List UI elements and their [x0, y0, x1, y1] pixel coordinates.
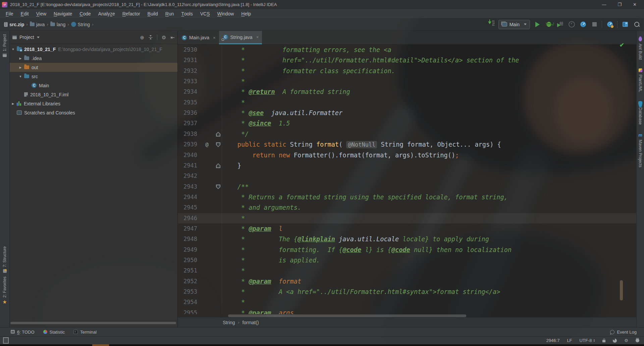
- toolwindow-button-favorites[interactable]: 2: Favorites ★: [0, 277, 9, 304]
- line-number[interactable]: 2945: [178, 202, 197, 213]
- code-line-2952[interactable]: 2952 * @param format: [178, 276, 636, 287]
- tab-main-java[interactable]: CMain.java×: [178, 31, 219, 44]
- line-number[interactable]: 2936: [178, 108, 197, 118]
- hide-panel-button[interactable]: ⇤: [170, 35, 175, 40]
- code-line-2942[interactable]: 2942: [178, 171, 636, 181]
- menu-tools[interactable]: Tools: [177, 9, 196, 18]
- breadcrumb-java[interactable]: java: [30, 22, 45, 27]
- tree-row-main[interactable]: CMain: [10, 81, 177, 90]
- search-everywhere-button[interactable]: [633, 20, 641, 29]
- menu-view[interactable]: View: [33, 9, 50, 18]
- toolwindow-button-project[interactable]: 1: Project: [0, 34, 9, 57]
- profiler-schedule-button[interactable]: [606, 20, 614, 29]
- collapsed-arrow-icon[interactable]: ▶: [18, 57, 23, 60]
- editor-vertical-scrollbar[interactable]: [620, 280, 623, 300]
- caret-position[interactable]: 2946:7: [546, 338, 560, 343]
- code-line-2941[interactable]: 2941 }: [178, 160, 636, 171]
- menu-window[interactable]: Window: [214, 9, 238, 18]
- toolwindow-button-plantuml[interactable]: PlantUML: [638, 68, 643, 92]
- toolwindow-button-event-log[interactable]: Event Log: [610, 330, 637, 335]
- restore-layout-button[interactable]: [621, 20, 629, 29]
- line-number[interactable]: 2943: [178, 182, 197, 192]
- update-project-button[interactable]: 01 10 01: [487, 20, 495, 29]
- tree-row-out[interactable]: ▶out: [10, 63, 177, 72]
- menu-vcs[interactable]: VCS: [197, 9, 214, 18]
- collapsed-arrow-icon[interactable]: ▶: [11, 102, 15, 105]
- tree-row-2018_10_21_f-iml[interactable]: 2018_10_21_F.iml: [10, 90, 177, 99]
- code-line-2931[interactable]: 2931 * href="../util/Formatter.html#deta…: [178, 55, 636, 65]
- code-line-2930[interactable]: 2930 * formatting errors, see the <a: [178, 45, 636, 55]
- collapsed-arrow-icon[interactable]: ▶: [18, 66, 23, 69]
- code-line-2934[interactable]: 2934 * @return A formatted string: [178, 87, 636, 97]
- breadcrumb-string[interactable]: String: [71, 22, 90, 27]
- menu-refactor[interactable]: Refactor: [119, 9, 144, 18]
- tree-row-external-libraries[interactable]: ▶External Libraries: [10, 99, 177, 108]
- close-button[interactable]: ✕: [633, 2, 637, 7]
- fold-marker-icon[interactable]: [216, 185, 220, 189]
- line-number[interactable]: 2930: [178, 45, 197, 55]
- toolwindow-button-ant-build[interactable]: Ant Build: [638, 37, 643, 60]
- fold-marker-icon[interactable]: [216, 163, 220, 168]
- toolwindow-button-6-todo[interactable]: 6: TODO: [11, 330, 35, 335]
- line-number[interactable]: 2940: [178, 150, 197, 160]
- code-line-2950[interactable]: 2950 * is applied.: [178, 255, 636, 265]
- line-number[interactable]: 2953: [178, 287, 197, 297]
- code-line-2947[interactable]: 2947 * @param l: [178, 224, 636, 234]
- run-with-coverage-button[interactable]: [556, 20, 564, 29]
- line-number[interactable]: 2931: [178, 55, 197, 65]
- menu-analyze[interactable]: Analyze: [95, 9, 119, 18]
- annotation-gutter-icon[interactable]: @: [205, 140, 209, 149]
- menu-run[interactable]: Run: [162, 9, 178, 18]
- menu-code[interactable]: Code: [76, 9, 94, 18]
- code-line-2955[interactable]: 2955 * @param args: [178, 308, 636, 314]
- tab-string-java[interactable]: CString.java×: [219, 31, 262, 44]
- close-tab-icon[interactable]: ×: [213, 35, 216, 40]
- line-number[interactable]: 2952: [178, 276, 197, 287]
- line-number[interactable]: 2937: [178, 118, 197, 129]
- code-line-2954[interactable]: 2954 *: [178, 297, 636, 307]
- debug-button[interactable]: [545, 20, 553, 29]
- line-number[interactable]: 2942: [178, 171, 197, 181]
- run-button[interactable]: [533, 20, 541, 29]
- menu-edit[interactable]: Edit: [17, 9, 33, 18]
- code-line-2948[interactable]: 2948 * The {@linkplain java.util.Locale …: [178, 234, 636, 244]
- stop-button[interactable]: [590, 20, 598, 29]
- line-number[interactable]: 2950: [178, 255, 197, 265]
- code-line-2937[interactable]: 2937 * @since 1.5: [178, 118, 636, 129]
- code-line-2940[interactable]: 2940 return new Formatter().format(forma…: [178, 150, 636, 160]
- chevron-down-icon[interactable]: [37, 37, 40, 38]
- tree-row-src[interactable]: ▼src: [10, 72, 177, 81]
- line-number[interactable]: 2939: [178, 139, 197, 150]
- line-number[interactable]: 2941: [178, 160, 197, 171]
- minimize-button[interactable]: —: [602, 2, 606, 7]
- run-configuration-select[interactable]: Main: [498, 20, 530, 29]
- line-number[interactable]: 2938: [178, 129, 197, 139]
- code-line-2939[interactable]: 2939@ public static String format( @NotN…: [178, 139, 636, 150]
- line-number[interactable]: 2955: [178, 308, 197, 314]
- line-number[interactable]: 2934: [178, 87, 197, 97]
- line-number[interactable]: 2951: [178, 265, 197, 276]
- toolwindow-switcher-icon[interactable]: [3, 337, 9, 344]
- profiler-button[interactable]: [568, 20, 576, 29]
- menu-help[interactable]: Help: [237, 9, 255, 18]
- tree-row--idea[interactable]: ▶.idea: [10, 54, 177, 63]
- code-line-2943[interactable]: 2943 /**: [178, 182, 636, 192]
- fold-marker-icon[interactable]: [216, 132, 220, 137]
- code-line-2932[interactable]: 2932 * formatter class specification.: [178, 66, 636, 76]
- toolwindow-button-maven-projects[interactable]: mMaven Projects: [638, 133, 643, 167]
- tree-row-2018_10_21_f[interactable]: ▼2018_10_21_FE:\tongpao-dev\data\java_pr…: [10, 45, 177, 54]
- line-number[interactable]: 2933: [178, 76, 197, 87]
- toolwindow-button-database[interactable]: Database: [638, 101, 643, 125]
- settings-gear-icon[interactable]: ⚙: [162, 35, 166, 40]
- power-save-icon[interactable]: [613, 339, 617, 343]
- line-number[interactable]: 2947: [178, 224, 197, 234]
- code-line-2953[interactable]: 2953 * A <a href="../util/Formatter.html…: [178, 287, 636, 297]
- fold-marker-icon[interactable]: [216, 142, 220, 147]
- editor-breadcrumb-format-[interactable]: format(): [243, 320, 259, 325]
- collapse-all-button[interactable]: [149, 35, 153, 39]
- locate-file-button[interactable]: ⊕: [140, 35, 144, 40]
- toolwindow-button-terminal[interactable]: >Terminal: [73, 330, 97, 335]
- code-line-2944[interactable]: 2944 * Returns a formatted string using …: [178, 192, 636, 202]
- hector-inspector-icon[interactable]: [636, 339, 639, 342]
- code-line-2945[interactable]: 2945 * and arguments.: [178, 202, 636, 213]
